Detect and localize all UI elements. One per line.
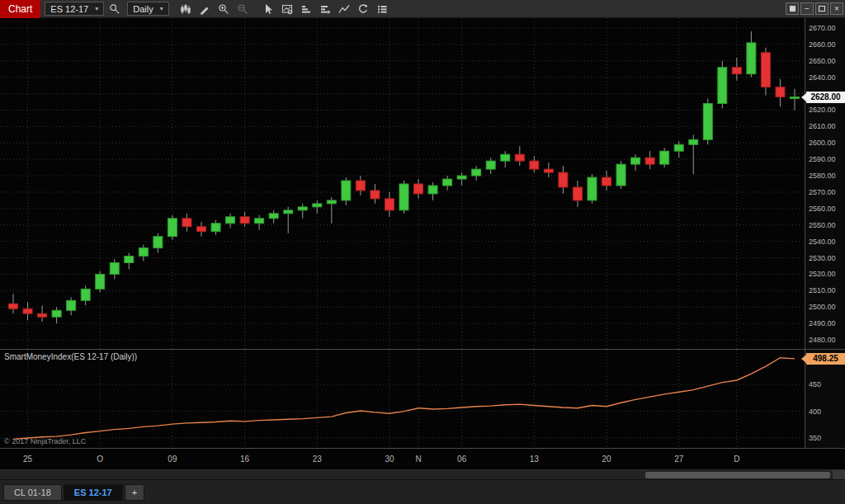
instrument-search-button[interactable] bbox=[106, 2, 123, 16]
tab-bar: CL 01-18 ES 12-17 + bbox=[0, 480, 845, 504]
candle-body bbox=[457, 176, 466, 179]
price-axis-tick: 2540.00 bbox=[809, 238, 836, 246]
price-panel: 2628.00 2670.002660.002650.002640.002630… bbox=[0, 18, 845, 350]
indicator-axis-tick: 350 bbox=[809, 434, 821, 442]
chart-snapshot-button[interactable] bbox=[279, 2, 296, 16]
candle-body bbox=[573, 187, 582, 200]
candle-body bbox=[645, 158, 654, 164]
tab-cl-01-18[interactable]: CL 01-18 bbox=[3, 484, 62, 501]
instrument-value: ES 12-17 bbox=[50, 4, 88, 14]
time-axis-label: 23 bbox=[306, 455, 328, 464]
zoom-in-button[interactable] bbox=[215, 2, 233, 16]
price-chart[interactable] bbox=[0, 18, 805, 350]
candle-body bbox=[588, 177, 597, 200]
candle-body bbox=[327, 200, 336, 204]
zoom-in-icon bbox=[218, 3, 229, 15]
price-axis-tick: 2610.00 bbox=[809, 122, 836, 130]
pencil-icon bbox=[199, 3, 210, 15]
price-axis-tick: 2550.00 bbox=[809, 221, 836, 229]
price-axis-tick: 2600.00 bbox=[809, 139, 836, 147]
add-tab-button[interactable]: + bbox=[125, 484, 144, 501]
candle-body bbox=[168, 219, 177, 237]
candle-body bbox=[486, 161, 495, 169]
price-axis-tick: 2670.00 bbox=[809, 24, 836, 32]
toolbar: Chart ES 12-17 ▾ Daily ▾ bbox=[0, 0, 845, 18]
candle-body bbox=[443, 179, 452, 186]
price-axis-tick: 2620.00 bbox=[809, 106, 836, 114]
time-axis[interactable]: 25O09162330N06132027D bbox=[0, 449, 845, 470]
candle-body bbox=[472, 169, 481, 176]
market-depth-icon bbox=[300, 3, 312, 15]
candle-body bbox=[399, 184, 408, 210]
chart-style-button[interactable] bbox=[177, 2, 195, 16]
market-depth-button[interactable] bbox=[298, 2, 315, 16]
maximize-button[interactable] bbox=[815, 2, 828, 15]
order-rows-button[interactable] bbox=[317, 2, 334, 16]
indicator-value-badge: 498.25 bbox=[806, 353, 845, 365]
price-axis[interactable]: 2628.00 2670.002660.002650.002640.002630… bbox=[805, 18, 845, 349]
reload-button[interactable] bbox=[355, 2, 372, 16]
candle-body bbox=[674, 144, 683, 151]
chart-window: Chart ES 12-17 ▾ Daily ▾ bbox=[0, 0, 845, 504]
candle-body bbox=[342, 181, 351, 200]
candle-body bbox=[515, 154, 524, 161]
close-button[interactable]: × bbox=[830, 2, 843, 15]
time-axis-label: 16 bbox=[234, 455, 256, 464]
candle-body bbox=[689, 139, 698, 144]
price-axis-tick: 2660.00 bbox=[809, 40, 836, 49]
candle-body bbox=[96, 274, 105, 289]
time-axis-label: O bbox=[89, 455, 111, 464]
candle-body bbox=[718, 68, 727, 104]
period-selector[interactable]: Daily ▾ bbox=[127, 2, 168, 16]
indicator-axis[interactable]: 498.25 450400350 bbox=[805, 350, 845, 448]
price-axis-tick: 2490.00 bbox=[809, 319, 836, 327]
indicator-chart[interactable] bbox=[0, 350, 805, 449]
last-price-badge: 2628.00 bbox=[806, 92, 845, 103]
copyright-text: © 2017 NinjaTrader, LLC bbox=[4, 437, 86, 445]
candle-body bbox=[81, 289, 90, 300]
candle-body bbox=[67, 300, 76, 310]
candle-body bbox=[313, 204, 322, 207]
instrument-selector[interactable]: ES 12-17 ▾ bbox=[45, 2, 104, 16]
time-axis-label: N bbox=[408, 455, 429, 464]
window-controls: − × bbox=[786, 2, 843, 15]
candle-body bbox=[776, 87, 785, 97]
candle-body bbox=[255, 219, 264, 224]
price-axis-tick: 2570.00 bbox=[809, 188, 836, 196]
candle-body bbox=[153, 237, 163, 248]
scrollbar-corner bbox=[833, 470, 845, 479]
price-axis-tick: 2510.00 bbox=[809, 286, 836, 294]
candle-body bbox=[269, 214, 278, 219]
zoom-out-icon bbox=[237, 3, 248, 15]
candle-body bbox=[356, 181, 365, 191]
time-axis-label: D bbox=[726, 455, 748, 464]
zoom-out-button[interactable] bbox=[234, 2, 252, 16]
candle-body bbox=[240, 217, 249, 224]
scrollbar-thumb[interactable] bbox=[645, 472, 830, 478]
candle-body bbox=[791, 97, 800, 99]
cursor-button[interactable] bbox=[260, 2, 277, 16]
candle-body bbox=[9, 304, 18, 309]
chart-scrollbar[interactable] bbox=[0, 470, 845, 480]
properties-button[interactable] bbox=[374, 2, 391, 16]
indicator-button[interactable] bbox=[336, 2, 353, 16]
price-axis-tick: 2590.00 bbox=[809, 155, 836, 163]
candle-body bbox=[196, 227, 205, 232]
time-axis-label: 09 bbox=[162, 455, 183, 464]
chevron-down-icon: ▾ bbox=[160, 5, 163, 12]
tab-es-12-17[interactable]: ES 12-17 bbox=[64, 484, 123, 501]
candle-body bbox=[616, 164, 625, 186]
draw-button[interactable] bbox=[196, 2, 214, 16]
price-axis-tick: 2520.00 bbox=[809, 270, 836, 278]
candle-body bbox=[631, 158, 640, 164]
minimize-button[interactable]: − bbox=[800, 2, 814, 15]
time-axis-label: 25 bbox=[17, 455, 39, 464]
order-rows-icon bbox=[319, 3, 331, 15]
search-icon bbox=[109, 3, 120, 15]
candle-body bbox=[385, 199, 394, 210]
candle-body bbox=[298, 207, 307, 210]
window-title: Chart bbox=[0, 0, 40, 18]
price-axis-tick: 2650.00 bbox=[809, 57, 836, 65]
candlestick-chart-icon bbox=[180, 3, 191, 15]
instrument-link-button[interactable] bbox=[786, 2, 799, 15]
